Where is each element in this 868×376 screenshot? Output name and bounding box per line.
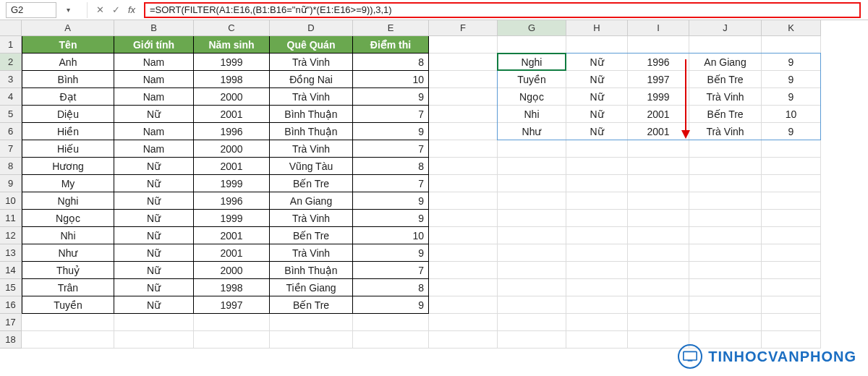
cell-F12[interactable]	[429, 227, 498, 244]
row-header-14[interactable]: 14	[0, 262, 22, 279]
cell-J11[interactable]	[689, 210, 762, 227]
cell-A17[interactable]	[22, 314, 114, 331]
row-header-3[interactable]: 3	[0, 71, 22, 88]
row-header-6[interactable]: 6	[0, 123, 22, 140]
cell-A4[interactable]: Đạt	[22, 88, 114, 106]
cell-C8[interactable]: 2001	[194, 158, 270, 175]
cell-J15[interactable]	[689, 279, 762, 296]
cell-A15[interactable]: Trân	[22, 279, 114, 296]
name-box-dropdown[interactable]: ▾	[62, 2, 74, 18]
cell-C1[interactable]: Năm sinh	[194, 36, 270, 54]
name-box[interactable]: G2	[6, 2, 56, 18]
cell-E1[interactable]: Điểm thi	[353, 36, 429, 54]
cell-G8[interactable]	[498, 158, 566, 175]
row-header-12[interactable]: 12	[0, 227, 22, 244]
cell-B15[interactable]: Nữ	[114, 279, 194, 296]
cell-G1[interactable]	[498, 36, 566, 54]
cell-K6[interactable]: 9	[762, 123, 821, 140]
cell-D13[interactable]: Trà Vinh	[270, 244, 353, 262]
col-header-K[interactable]: K	[762, 20, 821, 36]
cell-K10[interactable]	[762, 192, 821, 210]
cell-I7[interactable]	[628, 140, 689, 158]
col-header-G[interactable]: G	[498, 20, 566, 36]
cell-C12[interactable]: 2001	[194, 227, 270, 244]
cell-J7[interactable]	[689, 140, 762, 158]
cell-D5[interactable]: Bình Thuận	[270, 106, 353, 123]
cell-K4[interactable]: 9	[762, 88, 821, 106]
cell-D1[interactable]: Quê Quán	[270, 36, 353, 54]
cell-C13[interactable]: 2001	[194, 244, 270, 262]
cell-F1[interactable]	[429, 36, 498, 54]
cell-J9[interactable]	[689, 175, 762, 192]
cell-J2[interactable]: An Giang	[689, 54, 762, 71]
cell-G11[interactable]	[498, 210, 566, 227]
cell-J13[interactable]	[689, 244, 762, 262]
cell-J12[interactable]	[689, 227, 762, 244]
cell-F14[interactable]	[429, 262, 498, 279]
cell-K5[interactable]: 10	[762, 106, 821, 123]
cell-F7[interactable]	[429, 140, 498, 158]
cell-H16[interactable]	[566, 296, 628, 314]
cell-B3[interactable]: Nam	[114, 71, 194, 88]
cell-D4[interactable]: Trà Vinh	[270, 88, 353, 106]
cell-D6[interactable]: Bình Thuận	[270, 123, 353, 140]
cell-H2[interactable]: Nữ	[566, 54, 628, 71]
cell-D8[interactable]: Vũng Tàu	[270, 158, 353, 175]
cell-G14[interactable]	[498, 262, 566, 279]
cell-J6[interactable]: Trà Vinh	[689, 123, 762, 140]
cell-A14[interactable]: Thuỷ	[22, 262, 114, 279]
cell-H11[interactable]	[566, 210, 628, 227]
cell-D18[interactable]	[270, 331, 353, 349]
cell-C15[interactable]: 1998	[194, 279, 270, 296]
cell-E8[interactable]: 8	[353, 158, 429, 175]
cell-I9[interactable]	[628, 175, 689, 192]
cell-I2[interactable]: 1996	[628, 54, 689, 71]
cell-E14[interactable]: 7	[353, 262, 429, 279]
cell-K3[interactable]: 9	[762, 71, 821, 88]
cell-I15[interactable]	[628, 279, 689, 296]
cell-E16[interactable]: 9	[353, 296, 429, 314]
cell-C4[interactable]: 2000	[194, 88, 270, 106]
col-header-J[interactable]: J	[689, 20, 762, 36]
cell-D16[interactable]: Bến Tre	[270, 296, 353, 314]
col-header-A[interactable]: A	[22, 20, 114, 36]
cell-E11[interactable]: 9	[353, 210, 429, 227]
cell-H12[interactable]	[566, 227, 628, 244]
cell-K7[interactable]	[762, 140, 821, 158]
cell-J16[interactable]	[689, 296, 762, 314]
cell-B6[interactable]: Nam	[114, 123, 194, 140]
cell-B9[interactable]: Nữ	[114, 175, 194, 192]
cell-F6[interactable]	[429, 123, 498, 140]
cell-K2[interactable]: 9	[762, 54, 821, 71]
cell-K9[interactable]	[762, 175, 821, 192]
cell-I17[interactable]	[628, 314, 689, 331]
cell-H8[interactable]	[566, 158, 628, 175]
cell-B10[interactable]: Nữ	[114, 192, 194, 210]
cell-H7[interactable]	[566, 140, 628, 158]
cell-C9[interactable]: 1999	[194, 175, 270, 192]
cell-C14[interactable]: 2000	[194, 262, 270, 279]
cell-A1[interactable]: Tên	[22, 36, 114, 54]
cell-G18[interactable]	[498, 331, 566, 349]
row-header-9[interactable]: 9	[0, 175, 22, 192]
cell-B16[interactable]: Nữ	[114, 296, 194, 314]
cell-H9[interactable]	[566, 175, 628, 192]
cell-E18[interactable]	[353, 331, 429, 349]
cell-I8[interactable]	[628, 158, 689, 175]
col-header-D[interactable]: D	[270, 20, 353, 36]
cell-F4[interactable]	[429, 88, 498, 106]
cell-I3[interactable]: 1997	[628, 71, 689, 88]
cell-G4[interactable]: Ngọc	[498, 88, 566, 106]
cell-K16[interactable]	[762, 296, 821, 314]
col-header-C[interactable]: C	[194, 20, 270, 36]
row-header-1[interactable]: 1	[0, 36, 22, 54]
cell-K12[interactable]	[762, 227, 821, 244]
cell-B18[interactable]	[114, 331, 194, 349]
cell-G6[interactable]: Như	[498, 123, 566, 140]
col-header-B[interactable]: B	[114, 20, 194, 36]
cell-K11[interactable]	[762, 210, 821, 227]
cell-B8[interactable]: Nữ	[114, 158, 194, 175]
cell-A18[interactable]	[22, 331, 114, 349]
cell-K1[interactable]	[762, 36, 821, 54]
cell-C17[interactable]	[194, 314, 270, 331]
